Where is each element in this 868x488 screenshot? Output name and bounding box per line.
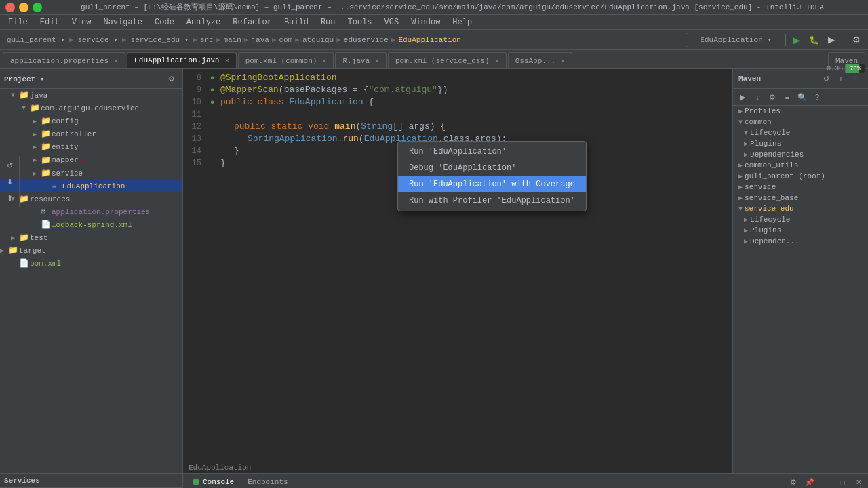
memory-indicator[interactable]: 0.3G 70% (827, 64, 865, 73)
run-button[interactable]: ▶ (789, 33, 804, 47)
console-header-btns: ⚙ 📌 ─ □ ✕ (787, 476, 865, 489)
maven-common-utils[interactable]: ▶ common_utils (733, 160, 868, 171)
console-min-btn[interactable]: ─ (819, 476, 833, 489)
console-pin-btn[interactable]: 📌 (803, 476, 816, 489)
ctx-profiler[interactable]: Run with Profiler 'EduApplication' (398, 192, 586, 209)
maven-plugins[interactable]: ▶ Plugins (733, 138, 868, 149)
com-breadcrumb: com (278, 36, 294, 44)
code-line-10: 10 ● public class EduApplication { (183, 96, 732, 108)
bottom-area: Services ▶ ■ 🐛 + ⇅ ⊞ ⊡ ≡ ▼ 🍃 Spring Boot (0, 473, 868, 488)
menu-item-view[interactable]: View (66, 16, 97, 28)
services-panel: Services ▶ ■ 🐛 + ⇅ ⊞ ⊡ ≡ ▼ 🍃 Spring Boot (0, 474, 183, 488)
ctx-run[interactable]: Run 'EduApplication' (398, 144, 586, 160)
menu-item-window[interactable]: Window (406, 16, 446, 28)
file-tab-0[interactable]: application.properties✕ (3, 52, 125, 68)
tree-item-config[interactable]: ▶ 📁 config (0, 115, 182, 127)
menu-item-refactor[interactable]: Refactor (227, 16, 277, 28)
maven-btn3[interactable]: ⚙ (766, 90, 779, 104)
ctx-run-coverage[interactable]: Run 'EduApplication' with Coverage (398, 176, 586, 192)
menu-item-analyze[interactable]: Analyze (181, 16, 226, 28)
maven-btn4[interactable]: ≡ (781, 90, 794, 104)
maven-add-btn[interactable]: + (834, 72, 848, 85)
console-settings-btn[interactable]: ⚙ (787, 476, 800, 489)
service-dropdown[interactable]: service ▾ (75, 35, 120, 44)
code-lines: 8 ● @SpringBootApplication 9 ● @MapperSc… (183, 69, 732, 473)
tree-item-controller[interactable]: ▶ 📁 controller (0, 127, 182, 140)
error-icon: ⚠ (81, 155, 86, 165)
maven-edu-plugins[interactable]: ▶ Plugins (733, 225, 868, 236)
maven-guli-parent[interactable]: ▶ guli_parent (root) (733, 171, 868, 182)
main-layout: Project ▾ ⚙ ▼ 📁 java ▼ 📁 com.atguigu.edu… (0, 69, 868, 473)
menu-item-run[interactable]: Run (315, 16, 341, 28)
project-gear-btn[interactable]: ⚙ (165, 72, 178, 85)
tree-item-entity[interactable]: ▶ 📁 entity (0, 140, 182, 153)
menu-item-file[interactable]: File (3, 16, 33, 28)
tree-item-eduapplication[interactable]: ☕ EduApplication (0, 180, 182, 192)
maven-service-edu[interactable]: ▼ service_edu (733, 203, 868, 214)
file-tab-2[interactable]: pom.xml (common)✕ (238, 52, 334, 68)
tree-item-target[interactable]: ▶ 📁 target (0, 244, 182, 257)
tree-item-mapper[interactable]: ▶ 📁 mapper ⚠ (0, 153, 182, 167)
menu-item-edit[interactable]: Edit (35, 16, 65, 28)
tree-item-logback[interactable]: 📄 logback-spring.xml (0, 218, 182, 231)
java-breadcrumb: java (250, 36, 270, 44)
maven-dependencies[interactable]: ▶ Dependencies (733, 149, 868, 160)
project-dropdown[interactable]: guli_parent ▾ (4, 35, 68, 44)
settings-button[interactable]: ⚙ (849, 33, 864, 47)
maven-edu-dep[interactable]: ▶ Dependen... (733, 236, 868, 247)
maximize-button[interactable] (33, 3, 42, 12)
coverage-button[interactable]: ▶ (824, 33, 839, 47)
tab-endpoints[interactable]: Endpoints (241, 474, 294, 489)
menu-item-code[interactable]: Code (149, 16, 180, 28)
maven-refresh-btn[interactable]: ↺ (819, 72, 833, 85)
tree-item-java[interactable]: ▼ 📁 java (0, 89, 182, 102)
menu-item-build[interactable]: Build (279, 16, 314, 28)
side-icon3[interactable]: ⬆ (3, 191, 16, 205)
console-scrollbar[interactable] (860, 485, 868, 488)
maven-profiles[interactable]: ▶ Profiles (733, 106, 868, 117)
tree-item-service[interactable]: ▶ 📁 service (0, 167, 182, 180)
eduapplication-breadcrumb[interactable]: EduApplication (397, 36, 462, 44)
tree-item-pom[interactable]: 📄 pom.xml (0, 257, 182, 270)
menu-item-help[interactable]: Help (447, 16, 477, 28)
menu-item-vcs[interactable]: VCS (379, 16, 405, 28)
maven-edu-lifecycle[interactable]: ▶ Lifecycle (733, 214, 868, 225)
tree-item-test[interactable]: ▶ 📁 test (0, 231, 182, 244)
console-max-btn[interactable]: □ (835, 476, 849, 489)
side-icon1[interactable]: ↺ (3, 159, 16, 172)
maven-toolbar: ▶ ↓ ⚙ ≡ 🔍 ? (733, 89, 868, 106)
maven-btn5[interactable]: 🔍 (795, 90, 809, 104)
maven-btn6[interactable]: ? (810, 90, 824, 104)
tab-console[interactable]: Console (186, 474, 241, 489)
debug-button[interactable]: 🐛 (806, 33, 821, 47)
window-title: guli_parent – [F:\经硅谷教育项目\源码\demo] – gul… (42, 2, 863, 12)
maven-lifecycle[interactable]: ▼ Lifecycle (733, 127, 868, 138)
side-icon2[interactable]: ⬇ (3, 175, 16, 188)
file-tab-3[interactable]: R.java✕ (335, 52, 387, 68)
menu-item-navigate[interactable]: Navigate (98, 16, 148, 28)
memory-used: 0.3G (827, 65, 843, 73)
maven-service[interactable]: ▶ service (733, 182, 868, 192)
code-line-8: 8 ● @SpringBootApplication (183, 72, 732, 84)
maven-service-base[interactable]: ▶ service_base (733, 192, 868, 203)
minimize-button[interactable] (19, 3, 28, 12)
service-edu-dropdown[interactable]: service_edu ▾ (128, 35, 192, 44)
context-menu: Run 'EduApplication' Debug 'EduApplicati… (397, 141, 587, 211)
toolbar: guli_parent ▾ ▶ service ▾ ▶ service_edu … (0, 30, 868, 50)
file-tab-1[interactable]: EduApplication.java✕ (127, 52, 236, 68)
run-config-dropdown[interactable]: EduApplication ▾ (686, 33, 786, 47)
maven-btn2[interactable]: ↓ (751, 90, 764, 104)
ctx-debug[interactable]: Debug 'EduApplication' (398, 160, 586, 176)
maven-common[interactable]: ▼ common (733, 117, 868, 127)
tree-item-package[interactable]: ▼ 📁 com.atguigu.eduservice (0, 102, 182, 115)
menu-item-tools[interactable]: Tools (342, 16, 378, 28)
file-tab-4[interactable]: pom.xml (service_oss)✕ (388, 52, 507, 68)
maven-menu-btn[interactable]: ⋮ (849, 72, 863, 85)
src-breadcrumb: src (199, 36, 215, 44)
close-button[interactable] (5, 3, 15, 12)
tree-item-resources[interactable]: ▼ 📁 resources (0, 192, 182, 205)
tree-item-app-properties[interactable]: ⚙ application.properties (0, 205, 182, 218)
maven-btn1[interactable]: ▶ (736, 90, 749, 104)
file-tab-5[interactable]: OssApp...✕ (508, 52, 572, 68)
project-header: Project ▾ ⚙ (0, 69, 182, 89)
